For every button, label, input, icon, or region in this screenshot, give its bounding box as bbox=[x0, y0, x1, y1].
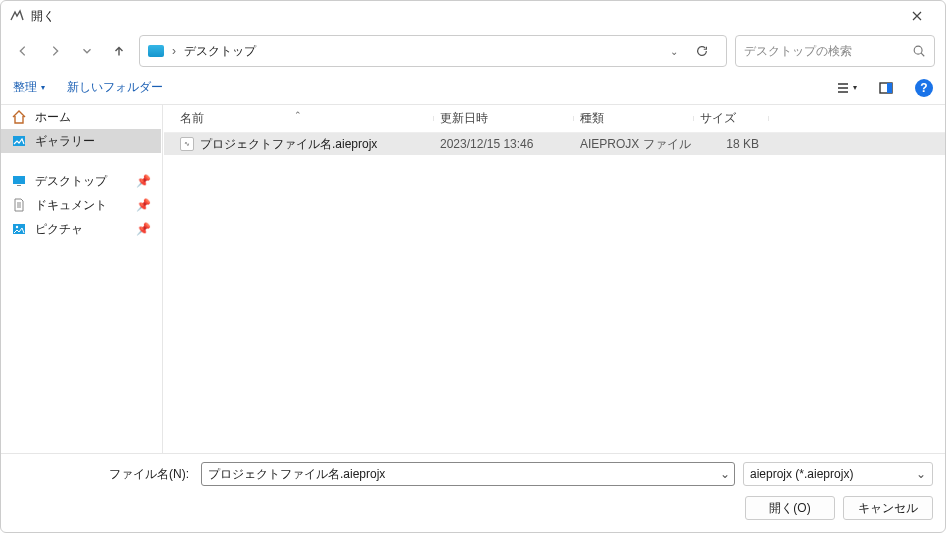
filename-label: ファイル名(N): bbox=[13, 466, 193, 483]
chevron-right-icon: › bbox=[172, 44, 176, 58]
chevron-down-icon[interactable]: ⌄ bbox=[670, 46, 678, 57]
cancel-button[interactable]: キャンセル bbox=[843, 496, 933, 520]
sidebar-item-home[interactable]: ホーム bbox=[1, 105, 161, 129]
organize-menu[interactable]: 整理▾ bbox=[13, 79, 45, 96]
footer: ファイル名(N): プロジェクトファイル名.aieprojx ⌄ aieproj… bbox=[1, 453, 945, 532]
sidebar-item-documents[interactable]: ドキュメント 📌 bbox=[1, 193, 161, 217]
window-title: 開く bbox=[31, 8, 897, 25]
toolbar: 整理▾ 新しいフォルダー ▾ ? bbox=[1, 71, 945, 105]
file-row[interactable]: ∿ プロジェクトファイル名.aieprojx 2023/12/15 13:46 … bbox=[164, 133, 945, 155]
document-icon bbox=[11, 197, 27, 213]
home-icon bbox=[11, 109, 27, 125]
sidebar: ホーム ギャラリー デスクトップ 📌 ドキュメント 📌 ピクチャ 📌 bbox=[1, 105, 161, 453]
file-type: AIEPROJX ファイル bbox=[574, 136, 694, 153]
column-size[interactable]: サイズ bbox=[694, 110, 769, 127]
close-button[interactable] bbox=[897, 1, 937, 31]
gallery-icon bbox=[11, 133, 27, 149]
drive-icon bbox=[148, 45, 164, 57]
column-date[interactable]: 更新日時 bbox=[434, 110, 574, 127]
new-folder-button[interactable]: 新しいフォルダー bbox=[67, 79, 163, 96]
column-type[interactable]: 種類 bbox=[574, 110, 694, 127]
pin-icon: 📌 bbox=[136, 174, 151, 188]
sidebar-item-desktop[interactable]: デスクトップ 📌 bbox=[1, 169, 161, 193]
column-headers: 名前 ⌃ 更新日時 種類 サイズ bbox=[164, 105, 945, 133]
titlebar: 開く bbox=[1, 1, 945, 31]
forward-button[interactable] bbox=[43, 39, 67, 63]
search-placeholder: デスクトップの検索 bbox=[744, 43, 912, 60]
svg-point-7 bbox=[16, 226, 18, 228]
sort-indicator-icon: ⌃ bbox=[294, 110, 302, 120]
file-size: 18 KB bbox=[694, 137, 769, 151]
column-name[interactable]: 名前 ⌃ bbox=[174, 110, 434, 127]
chevron-down-icon: ⌄ bbox=[916, 467, 926, 481]
nav-row: › デスクトップ ⌄ デスクトップの検索 bbox=[1, 31, 945, 71]
svg-point-0 bbox=[914, 46, 922, 54]
file-name: プロジェクトファイル名.aieprojx bbox=[200, 136, 377, 153]
filename-input[interactable]: プロジェクトファイル名.aieprojx ⌄ bbox=[201, 462, 735, 486]
file-area: 名前 ⌃ 更新日時 種類 サイズ ∿ プロジェクトファイル名.aieprojx … bbox=[164, 105, 945, 453]
back-button[interactable] bbox=[11, 39, 35, 63]
file-type-filter[interactable]: aieprojx (*.aieprojx) ⌄ bbox=[743, 462, 933, 486]
refresh-button[interactable] bbox=[686, 35, 718, 67]
app-icon bbox=[9, 8, 25, 24]
address-bar[interactable]: › デスクトップ ⌄ bbox=[139, 35, 727, 67]
preview-pane-button[interactable] bbox=[875, 77, 897, 99]
view-menu[interactable]: ▾ bbox=[835, 77, 857, 99]
sidebar-item-gallery[interactable]: ギャラリー bbox=[1, 129, 161, 153]
file-icon: ∿ bbox=[180, 137, 194, 151]
pin-icon: 📌 bbox=[136, 222, 151, 236]
pin-icon: 📌 bbox=[136, 198, 151, 212]
svg-rect-5 bbox=[17, 185, 21, 186]
desktop-icon bbox=[11, 173, 27, 189]
breadcrumb[interactable]: デスクトップ bbox=[184, 43, 256, 60]
up-button[interactable] bbox=[107, 39, 131, 63]
svg-rect-4 bbox=[13, 176, 25, 184]
sidebar-item-pictures[interactable]: ピクチャ 📌 bbox=[1, 217, 161, 241]
file-date: 2023/12/15 13:46 bbox=[434, 137, 574, 151]
svg-rect-2 bbox=[887, 83, 892, 93]
content-area: ホーム ギャラリー デスクトップ 📌 ドキュメント 📌 ピクチャ 📌 名前 ⌃ bbox=[1, 105, 945, 453]
help-button[interactable]: ? bbox=[915, 79, 933, 97]
chevron-down-icon[interactable]: ⌄ bbox=[720, 467, 730, 481]
search-icon bbox=[912, 44, 926, 58]
open-button[interactable]: 開く(O) bbox=[745, 496, 835, 520]
recent-dropdown[interactable] bbox=[75, 39, 99, 63]
search-input[interactable]: デスクトップの検索 bbox=[735, 35, 935, 67]
pictures-icon bbox=[11, 221, 27, 237]
